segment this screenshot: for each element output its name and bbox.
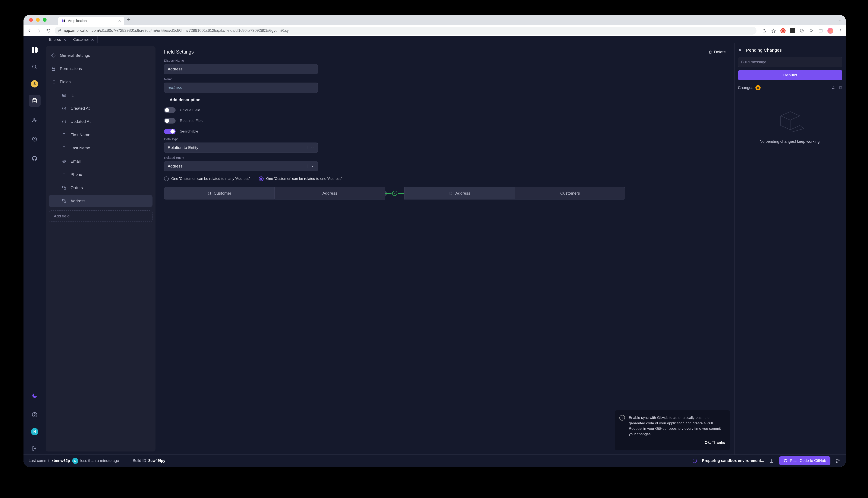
commit-author-avatar: N: [72, 458, 78, 464]
relation-one-option[interactable]: One 'Customer' can be related to one 'Ad…: [259, 176, 342, 181]
github-icon: [783, 459, 788, 463]
reload-button[interactable]: [45, 27, 52, 34]
field-address[interactable]: Address: [49, 195, 153, 207]
searchable-toggle[interactable]: [164, 129, 176, 134]
window-zoom-button[interactable]: [43, 18, 47, 22]
tab-title: Amplication: [68, 19, 87, 23]
commits-icon[interactable]: [29, 133, 41, 145]
bookmark-icon[interactable]: [771, 28, 776, 33]
logout-icon[interactable]: [29, 443, 41, 455]
relation-many-option[interactable]: One 'Customer' can be related to many 'A…: [164, 176, 250, 181]
field-email[interactable]: Email: [56, 155, 155, 167]
rebuild-button[interactable]: Rebuild: [738, 70, 842, 80]
window-minimize-button[interactable]: [36, 18, 40, 22]
workspace-avatar[interactable]: S: [31, 80, 38, 88]
toast-ok-button[interactable]: Ok, Thanks: [629, 440, 725, 446]
close-icon[interactable]: ✕: [63, 38, 66, 42]
data-type-label: Data Type: [164, 137, 726, 141]
field-updated-at[interactable]: Updated At: [56, 116, 155, 128]
pending-changes-panel: ✕ Pending Changes Build message Rebuild …: [734, 43, 846, 455]
data-type-select[interactable]: Relation to Entity: [164, 143, 318, 153]
pending-header: ✕ Pending Changes: [738, 47, 842, 53]
profile-avatar[interactable]: [827, 28, 833, 34]
browser-tab[interactable]: Amplication ×: [58, 17, 124, 25]
amplication-logo[interactable]: [31, 46, 38, 54]
entities-icon[interactable]: [29, 95, 41, 107]
radio-icon: [164, 176, 169, 181]
data-type-value: Relation to Entity: [168, 145, 199, 150]
app-tab-entities[interactable]: Entities ✕: [46, 36, 70, 43]
back-button[interactable]: [26, 27, 33, 34]
tab-overflow-button[interactable]: [838, 18, 842, 23]
svg-point-15: [53, 55, 54, 56]
field-last-name[interactable]: Last Name: [56, 142, 155, 154]
user-avatar[interactable]: N: [31, 428, 38, 435]
svg-rect-9: [35, 47, 38, 53]
push-to-github-button[interactable]: Push Code to GitHub: [779, 456, 830, 465]
svg-point-18: [63, 95, 64, 95]
required-field-toggle[interactable]: [164, 118, 176, 123]
github-icon[interactable]: [29, 152, 41, 164]
help-icon[interactable]: [29, 409, 41, 421]
branch-icon[interactable]: [835, 458, 841, 463]
share-icon[interactable]: [762, 28, 767, 33]
related-entity-select[interactable]: Address: [164, 161, 318, 171]
panel-icon[interactable]: [818, 28, 823, 33]
relation-target-entity: Address: [404, 187, 515, 199]
build-message-input[interactable]: Build message: [738, 57, 842, 67]
svg-point-12: [33, 118, 35, 120]
svg-rect-16: [52, 68, 55, 70]
sidebar-general-settings[interactable]: General Settings: [46, 50, 155, 62]
roles-icon[interactable]: [29, 114, 41, 126]
field-created-at[interactable]: Created At: [56, 102, 155, 114]
field-phone[interactable]: Phone: [56, 169, 155, 181]
extension-check-icon[interactable]: [799, 28, 804, 33]
close-icon[interactable]: ✕: [738, 47, 742, 53]
relation-source-field: Address: [275, 187, 385, 199]
forward-button[interactable]: [36, 27, 42, 34]
field-label: Created At: [71, 106, 90, 111]
info-icon: i: [620, 415, 625, 421]
search-icon[interactable]: [29, 61, 41, 73]
extension-ublock-icon[interactable]: ◯: [780, 28, 786, 33]
rel-label: Address: [322, 191, 337, 196]
theme-toggle-icon[interactable]: [29, 390, 41, 402]
add-field-input[interactable]: Add field: [49, 210, 153, 222]
extensions-icon[interactable]: [809, 28, 814, 33]
download-icon[interactable]: [769, 459, 774, 463]
entity-icon: [207, 192, 211, 195]
new-tab-button[interactable]: +: [127, 16, 131, 23]
display-name-input[interactable]: Address: [164, 64, 318, 74]
app-tab-customer[interactable]: Customer ✕: [70, 36, 98, 43]
discard-icon[interactable]: [839, 86, 842, 90]
delete-button[interactable]: Delete: [709, 50, 726, 54]
url-box[interactable]: app.amplication.com/cl1c80c7w72529801s6c…: [55, 27, 756, 35]
svg-rect-0: [62, 19, 63, 23]
sidebar-permissions[interactable]: Permissions: [46, 63, 155, 75]
field-first-name[interactable]: First Name: [56, 129, 155, 141]
field-orders[interactable]: Orders: [56, 182, 155, 194]
field-id[interactable]: ID: [56, 89, 155, 101]
chrome-menu-icon[interactable]: [838, 28, 843, 33]
unique-field-toggle[interactable]: [164, 107, 176, 113]
tab-close-icon[interactable]: ×: [118, 18, 121, 23]
related-entity-label: Related Entity: [164, 156, 726, 159]
browser-chrome: Amplication × + app.amplication.com/cl1c…: [24, 15, 846, 36]
add-description-button[interactable]: Add description: [164, 97, 726, 102]
sidebar-label: General Settings: [60, 53, 90, 58]
name-input[interactable]: address: [164, 82, 318, 93]
window-close-button[interactable]: [29, 18, 33, 22]
changes-row: Changes 0: [738, 85, 842, 90]
extension-dark-icon[interactable]: [790, 28, 795, 33]
traffic-lights: [29, 18, 47, 22]
text-icon: [62, 172, 67, 177]
close-icon[interactable]: ✕: [91, 38, 94, 42]
sidebar-fields[interactable]: Fields: [46, 76, 155, 88]
field-label: Phone: [71, 172, 82, 177]
main-content: Field Settings Delete Display Name Addre…: [155, 43, 734, 455]
compare-icon[interactable]: [831, 86, 835, 90]
check-icon: ✓: [392, 191, 397, 196]
related-entity-value: Address: [168, 164, 183, 169]
relation-radio-group: One 'Customer' can be related to many 'A…: [164, 176, 726, 181]
main-header: Field Settings Delete: [164, 49, 726, 55]
